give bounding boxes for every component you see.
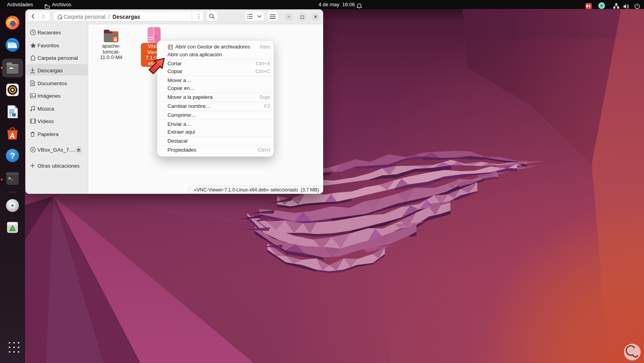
svg-text:?: ? xyxy=(10,151,15,161)
svg-text:>_: >_ xyxy=(8,176,14,181)
